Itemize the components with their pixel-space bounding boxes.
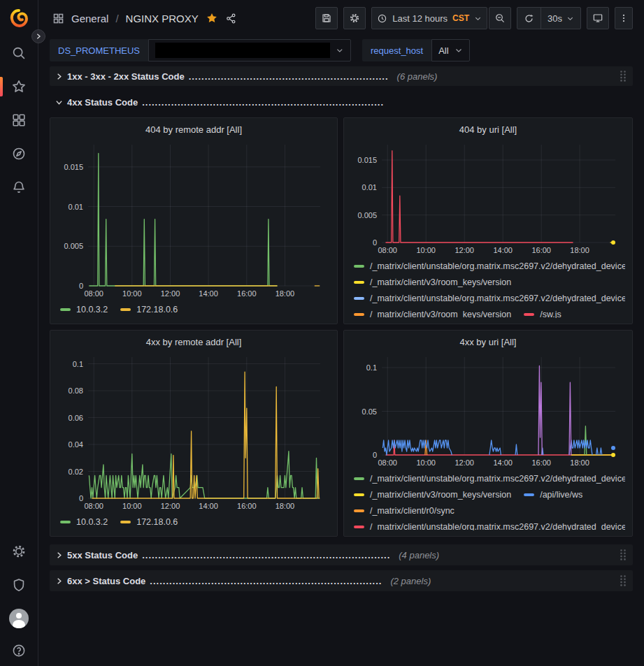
row-6xx[interactable]: 6xx > Status Code ......................… bbox=[50, 570, 633, 591]
sidebar-item-dashboards[interactable] bbox=[0, 103, 38, 137]
panel-title[interactable]: 4xx by remote addr [All] bbox=[57, 333, 330, 352]
variable-label[interactable]: DS_PROMETHEUS bbox=[50, 39, 148, 61]
svg-text:18:00: 18:00 bbox=[276, 289, 295, 298]
row-panel-count: (4 panels) bbox=[399, 550, 439, 560]
zoom-out-time-button[interactable] bbox=[489, 7, 511, 29]
chevron-down-icon bbox=[336, 46, 344, 55]
legend-item[interactable]: /_matrix/client/v3/room_keys/version bbox=[354, 310, 511, 319]
refresh-interval-value: 30s bbox=[548, 13, 562, 24]
legend-item[interactable]: 172.18.0.6 bbox=[120, 305, 178, 314]
legend-series-label: /sw.js bbox=[540, 310, 561, 319]
dashboard-settings-button[interactable] bbox=[343, 7, 366, 29]
row-drag-handle[interactable] bbox=[619, 70, 627, 82]
legend-item[interactable]: /sw.js bbox=[524, 310, 561, 319]
row-dots: ........................................… bbox=[189, 71, 389, 82]
svg-text:08:00: 08:00 bbox=[378, 246, 397, 254]
legend-item[interactable]: 172.18.0.6 bbox=[120, 517, 178, 527]
variable-ds-prometheus: DS_PROMETHEUS bbox=[50, 39, 351, 61]
sidebar-expand-button[interactable] bbox=[31, 29, 45, 43]
legend-item[interactable]: /_matrix/client/unstable/org.matrix.msc2… bbox=[354, 294, 625, 303]
legend-series-color bbox=[524, 493, 534, 496]
legend-item[interactable]: /_matrix/client/r0/sync bbox=[354, 506, 455, 516]
panel-title[interactable]: 404 by uri [All] bbox=[351, 121, 625, 139]
legend-item[interactable]: 10.0.3.2 bbox=[60, 517, 108, 527]
redacted-value bbox=[155, 43, 330, 58]
refresh-interval-select[interactable]: 30s bbox=[541, 8, 580, 29]
variable-label[interactable]: request_host bbox=[362, 39, 431, 61]
svg-text:0.1: 0.1 bbox=[366, 363, 377, 372]
variable-value: All bbox=[438, 45, 448, 56]
row-drag-handle[interactable] bbox=[619, 549, 627, 561]
star-icon bbox=[11, 79, 27, 94]
legend-item[interactable]: 10.0.3.2 bbox=[60, 305, 108, 314]
legend-row: /_matrix/client/r0/sync bbox=[351, 502, 625, 519]
legend-row: /_matrix/client/unstable/org.matrix.msc2… bbox=[351, 519, 625, 530]
sidebar-item-alerting[interactable] bbox=[0, 171, 38, 204]
legend-item[interactable]: /_matrix/client/unstable/org.matrix.msc2… bbox=[354, 522, 625, 531]
legend-series-label: /_matrix/client/v3/room_keys/version bbox=[370, 310, 511, 319]
legend-series-label: /_matrix/client/r0/sync bbox=[370, 506, 455, 516]
legend-row: /_matrix/client/v3/room_keys/version/api… bbox=[351, 486, 625, 502]
svg-text:0.1: 0.1 bbox=[73, 360, 83, 368]
svg-text:14:00: 14:00 bbox=[493, 246, 513, 254]
breadcrumb: General / NGINX PROXY bbox=[52, 12, 237, 24]
shield-icon bbox=[11, 577, 27, 593]
legend-item[interactable]: /_matrix/client/unstable/org.matrix.msc2… bbox=[354, 474, 625, 484]
apps-grid-icon bbox=[52, 13, 64, 24]
variable-value-select[interactable] bbox=[148, 39, 351, 61]
svg-text:0.05: 0.05 bbox=[362, 407, 377, 416]
panel-404-by-remote-addr: 404 by remote addr [All] 08:0010:0012:00… bbox=[50, 117, 338, 324]
svg-text:16:00: 16:00 bbox=[531, 458, 551, 467]
legend-row: /_matrix/client/v3/room_keys/version/sw.… bbox=[351, 306, 625, 318]
grafana-logo[interactable] bbox=[0, 0, 38, 36]
kebab-menu-button[interactable] bbox=[615, 7, 633, 29]
sidebar-item-profile[interactable] bbox=[0, 602, 38, 635]
panel-title[interactable]: 404 by remote addr [All] bbox=[57, 121, 330, 139]
row-4xx[interactable]: 4xx Status Code ........................… bbox=[50, 92, 633, 112]
chevron-right-icon bbox=[35, 33, 42, 40]
breadcrumb-dashboard-title[interactable]: NGINX PROXY bbox=[126, 13, 199, 24]
save-dashboard-button[interactable] bbox=[315, 7, 338, 29]
variable-value-select[interactable]: All bbox=[431, 39, 469, 61]
row-drag-handle[interactable] bbox=[619, 574, 627, 587]
svg-text:18:00: 18:00 bbox=[570, 246, 589, 254]
refresh-button[interactable] bbox=[517, 8, 541, 29]
sidebar-item-search[interactable] bbox=[0, 36, 38, 70]
legend-item[interactable]: /api/live/ws bbox=[524, 490, 582, 500]
tv-mode-button[interactable] bbox=[587, 7, 609, 29]
time-range-label: Last 12 hours bbox=[392, 13, 448, 24]
legend-series-color bbox=[354, 526, 364, 528]
sidebar-item-help[interactable] bbox=[0, 635, 38, 666]
share-icon[interactable] bbox=[225, 13, 237, 24]
svg-text:10:00: 10:00 bbox=[122, 502, 142, 510]
row-5xx[interactable]: 5xx Status Code ........................… bbox=[50, 544, 633, 565]
legend-series-label: /_matrix/client/unstable/org.matrix.msc2… bbox=[370, 294, 625, 303]
sidebar-item-explore[interactable] bbox=[0, 137, 38, 171]
legend-series-color bbox=[354, 493, 364, 496]
search-icon bbox=[11, 45, 27, 61]
row-1xx-3xx-2xx[interactable]: 1xx - 3xx - 2xx Status Code ............… bbox=[50, 66, 633, 86]
svg-text:0.01: 0.01 bbox=[69, 203, 83, 211]
sidebar-item-starred[interactable] bbox=[0, 70, 38, 103]
chart-canvas: 08:0010:0012:0014:0016:0018:0000.0050.01… bbox=[57, 139, 330, 300]
sidebar-item-server-admin[interactable] bbox=[0, 568, 38, 602]
breadcrumb-section[interactable]: General bbox=[71, 13, 108, 24]
clock-icon bbox=[377, 13, 387, 24]
legend-series-color bbox=[354, 313, 364, 316]
time-range-picker[interactable]: Last 12 hours CST bbox=[371, 7, 487, 29]
panel-4xx-by-uri: 4xx by uri [All] 08:0010:0012:0014:0016:… bbox=[343, 330, 633, 537]
legend-series-label: /_matrix/client/v3/room_keys/version bbox=[370, 490, 511, 500]
panel-title[interactable]: 4xx by uri [All] bbox=[351, 333, 625, 352]
legend-item[interactable]: /_matrix/client/unstable/org.matrix.msc2… bbox=[354, 261, 625, 271]
timezone-label: CST bbox=[452, 13, 469, 23]
legend-row: /_matrix/client/unstable/org.matrix.msc2… bbox=[351, 290, 625, 306]
panel-legend: 10.0.3.2172.18.0.6 bbox=[57, 301, 330, 318]
row-dots: ........................................… bbox=[150, 576, 382, 586]
favorite-star-icon[interactable] bbox=[206, 12, 218, 24]
legend-series-color bbox=[60, 521, 71, 523]
legend-item[interactable]: /_matrix/client/v3/room_keys/version bbox=[354, 277, 511, 287]
sidebar-item-configuration[interactable] bbox=[0, 535, 38, 568]
svg-text:10:00: 10:00 bbox=[122, 289, 142, 298]
legend-item[interactable]: /_matrix/client/v3/room_keys/version bbox=[354, 490, 511, 500]
timeseries-chart: 08:0010:0012:0014:0016:0018:0000.0050.01… bbox=[351, 139, 625, 256]
